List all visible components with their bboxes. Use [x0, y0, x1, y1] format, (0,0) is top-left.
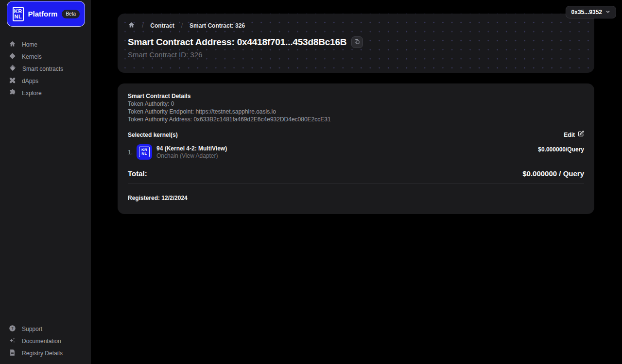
copy-icon [354, 39, 360, 46]
breadcrumb: / Contract / Smart Contract: 326 [128, 21, 584, 30]
home-icon [9, 40, 16, 49]
total-label: Total: [128, 169, 147, 178]
krnl-logo-bottom: NL [141, 152, 147, 156]
contract-details-card: Smart Contract Details Token Authority: … [118, 83, 594, 214]
sidebar-item-label: Home [22, 41, 37, 48]
sidebar: KR NL Platform Beta Home Kernels [0, 0, 91, 364]
beta-badge: Beta [62, 10, 80, 18]
edit-pencil-icon [578, 131, 584, 139]
copy-address-button[interactable] [351, 36, 363, 48]
contract-header-card: / Contract / Smart Contract: 326 Smart C… [118, 14, 594, 73]
krnl-logo-top: KR [14, 9, 22, 14]
x-cross-icon [9, 77, 16, 85]
sidebar-item-label: Smart contracts [22, 66, 63, 72]
krnl-logo-icon: KR NL [139, 147, 150, 157]
app-root: KR NL Platform Beta Home Kernels [0, 0, 622, 364]
brand-name: Platform [28, 10, 58, 18]
registered-date: Registered: 12/2/2024 [128, 195, 584, 201]
main-area: 0x35...9352 / Contract / Smart Contract:… [91, 0, 622, 364]
sidebar-item-explore[interactable]: Explore [0, 87, 91, 99]
sparkles-icon [9, 337, 16, 346]
page-title: Smart Contract Address: 0x4418f701...453… [128, 37, 346, 48]
wallet-address-button[interactable]: 0x35...9352 [566, 6, 616, 18]
kernel-text-block: 94 (Kernel 4-2: MultiView) Onchain (View… [156, 144, 227, 160]
puzzle-icon [9, 89, 16, 98]
kernel-list-item[interactable]: 1. KR NL 94 (Kernel 4-2: MultiView) Onch… [128, 144, 584, 160]
page-content: / Contract / Smart Contract: 326 Smart C… [91, 0, 622, 214]
sidebar-item-kernels[interactable]: Kernels [0, 50, 91, 63]
document-icon [9, 349, 16, 358]
krnl-logo-icon: KR NL [13, 7, 24, 21]
diamonds-stack-icon [9, 64, 17, 73]
edit-label: Edit [564, 131, 575, 139]
brand-logo-card[interactable]: KR NL Platform Beta [7, 1, 85, 27]
breadcrumb-contract[interactable]: Contract [150, 22, 174, 29]
sidebar-item-label: Registry Details [22, 350, 63, 357]
sidebar-item-dapps[interactable]: dApps [0, 75, 91, 87]
selected-kernels-title: Selected kernel(s) [128, 131, 178, 139]
diamond-icon [9, 52, 16, 61]
breadcrumb-separator: / [142, 22, 143, 29]
breadcrumb-current: Smart Contract: 326 [190, 22, 245, 29]
kernel-krnl-logo-icon: KR NL [137, 144, 152, 160]
sidebar-item-label: Kernels [22, 53, 42, 60]
sidebar-item-home[interactable]: Home [0, 38, 91, 50]
kernel-type: Onchain (View Adapter) [156, 152, 227, 160]
kernel-price: $0.000000/Query [538, 144, 584, 153]
krnl-logo-bottom: NL [14, 14, 22, 19]
sidebar-nav: Home Kernels Smart contracts dApps [0, 38, 91, 99]
divider [128, 183, 584, 184]
token-authority-address: Token Authority Address: 0x633B2c1481fa4… [128, 116, 584, 123]
sidebar-item-smart-contracts[interactable]: Smart contracts [0, 63, 91, 75]
sidebar-item-label: dApps [22, 78, 38, 84]
total-row: Total: $0.000000 / Query [128, 169, 584, 178]
kernel-name: 94 (Kernel 4-2: MultiView) [156, 144, 227, 152]
sidebar-item-registry-details[interactable]: Registry Details [0, 347, 91, 359]
question-circle-icon: ? [9, 325, 16, 333]
kernels-header-row: Selected kernel(s) Edit [128, 131, 584, 139]
token-authority-endpoint: Token Authority Endpoint: https://testne… [128, 108, 584, 116]
breadcrumb-home-icon[interactable] [128, 21, 135, 30]
token-authority: Token Authority: 0 [128, 100, 584, 108]
page-subtitle: Smart Contract ID: 326 [128, 50, 584, 59]
total-value: $0.000000 / Query [522, 169, 584, 178]
sidebar-item-label: Explore [22, 90, 42, 97]
breadcrumb-separator: / [181, 22, 183, 29]
chevron-down-icon [605, 9, 610, 16]
sidebar-item-support[interactable]: ? Support [0, 323, 91, 335]
sidebar-item-documentation[interactable]: Documentation [0, 335, 91, 347]
details-section-title: Smart Contract Details [128, 92, 584, 100]
wallet-address-label: 0x35...9352 [571, 9, 602, 16]
sidebar-footer-nav: ? Support Documentation Registry Details [0, 323, 91, 359]
title-row: Smart Contract Address: 0x4418f701...453… [128, 36, 584, 48]
kernel-index: 1. [128, 144, 137, 156]
sidebar-item-label: Documentation [22, 338, 61, 345]
edit-kernels-button[interactable]: Edit [564, 131, 584, 139]
sidebar-item-label: Support [22, 326, 42, 332]
svg-text:?: ? [11, 326, 14, 331]
